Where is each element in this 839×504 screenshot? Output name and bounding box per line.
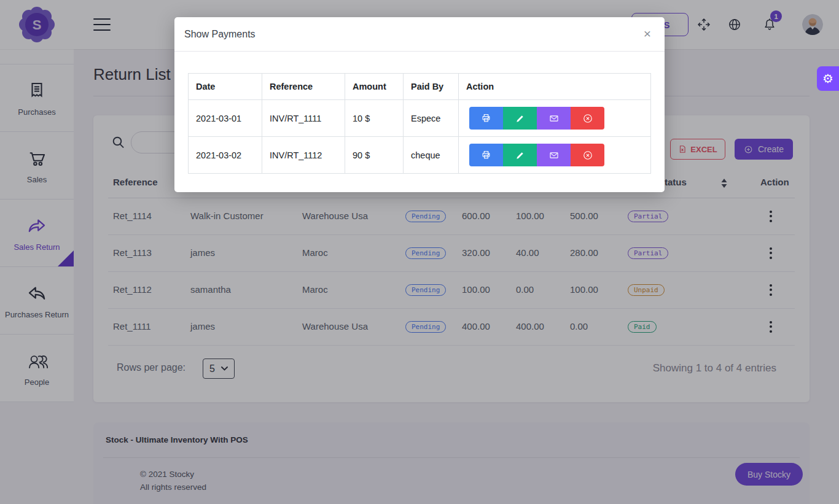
payment-row: 2021-03-02 INV/RT_1112 90 $ cheque <box>189 137 651 174</box>
print-payment-button[interactable] <box>469 107 503 130</box>
edit-payment-button[interactable] <box>503 107 537 130</box>
print-payment-button[interactable] <box>469 144 503 166</box>
cell-paid-by: cheque <box>404 137 459 174</box>
column-header-date: Date <box>189 74 262 100</box>
column-header-amount: Amount <box>345 74 404 100</box>
payment-row: 2021-03-01 INV/RT_1111 10 $ Espece <box>189 100 651 137</box>
cell-date: 2021-03-02 <box>189 137 262 174</box>
modal-title: Show Payments <box>184 29 256 40</box>
payment-actions <box>469 107 604 130</box>
pencil-icon <box>515 114 525 123</box>
payment-actions <box>469 144 604 166</box>
payments-table: Date Reference Amount Paid By Action 202… <box>188 73 651 174</box>
delete-circle-icon <box>582 150 593 161</box>
printer-icon <box>481 150 491 160</box>
close-icon[interactable]: × <box>639 25 656 42</box>
cell-amount: 90 $ <box>345 137 404 174</box>
gear-icon: ⚙ <box>822 71 833 86</box>
column-header-action: Action <box>459 74 651 100</box>
delete-payment-button[interactable] <box>571 107 604 130</box>
show-payments-modal: Show Payments × Date Reference Amount Pa… <box>174 17 665 192</box>
envelope-icon <box>548 150 560 161</box>
cell-date: 2021-03-01 <box>189 100 262 137</box>
column-header-reference: Reference <box>262 74 345 100</box>
email-payment-button[interactable] <box>537 144 571 166</box>
cell-reference: INV/RT_1111 <box>262 100 345 137</box>
email-payment-button[interactable] <box>537 107 571 130</box>
edit-payment-button[interactable] <box>503 144 537 166</box>
pencil-icon <box>515 150 525 160</box>
cell-paid-by: Espece <box>404 100 459 137</box>
cell-reference: INV/RT_1112 <box>262 137 345 174</box>
settings-gear-button[interactable]: ⚙ <box>817 66 839 91</box>
cell-amount: 10 $ <box>345 100 404 137</box>
delete-payment-button[interactable] <box>571 144 604 166</box>
printer-icon <box>481 113 491 123</box>
column-header-paid-by: Paid By <box>404 74 459 100</box>
delete-circle-icon <box>582 113 593 124</box>
envelope-icon <box>548 113 560 124</box>
